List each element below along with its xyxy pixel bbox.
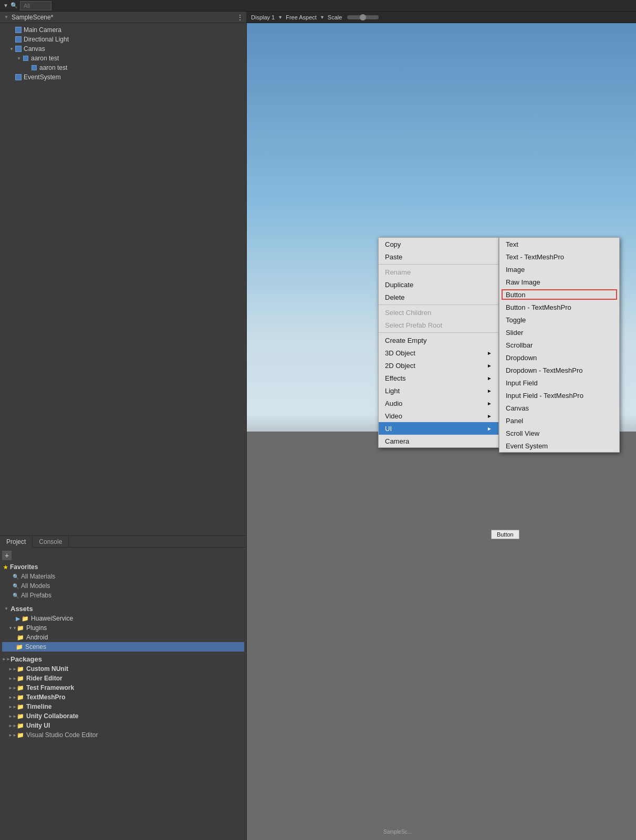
- tree-item-event-system[interactable]: EventSystem: [0, 72, 246, 82]
- menu-item-create-empty[interactable]: Create Empty: [379, 334, 498, 346]
- package-custom-nunit[interactable]: ► 📁 Custom NUnit: [2, 664, 244, 674]
- audio-label: Audio: [385, 400, 402, 407]
- submenu-canvas[interactable]: Canvas: [499, 402, 619, 414]
- assets-header[interactable]: Assets: [2, 603, 244, 614]
- aspect-arrow[interactable]: ▼: [320, 15, 325, 20]
- favorites-item-models[interactable]: 🔍 All Models: [2, 581, 244, 591]
- favorites-item-prefabs[interactable]: 🔍 All Prefabs: [2, 591, 244, 600]
- submenu-input-field-tmp[interactable]: Input Field - TextMeshPro: [499, 389, 619, 402]
- submenu-panel-label: Panel: [506, 417, 523, 425]
- cube-icon-main-camera: [15, 26, 22, 34]
- add-button[interactable]: +: [2, 551, 12, 560]
- scale-slider[interactable]: [347, 15, 379, 19]
- folder-icon-uu: 📁: [17, 722, 24, 729]
- arrow-plugins[interactable]: ▼: [9, 625, 16, 631]
- submenu-event-system-label: Event System: [506, 442, 548, 450]
- context-menu: Copy Paste Rename Duplicate Delete Selec…: [378, 237, 499, 448]
- menu-item-delete[interactable]: Delete: [379, 291, 498, 303]
- menu-item-rename: Rename: [379, 266, 498, 278]
- submenu-scrollbar[interactable]: Scrollbar: [499, 339, 619, 351]
- assets-arrow[interactable]: [3, 605, 9, 612]
- package-textmeshpro[interactable]: ► 📁 TextMeshPro: [2, 692, 244, 702]
- tree-item-main-camera[interactable]: Main Camera: [0, 25, 246, 35]
- submenu-dropdown-label: Dropdown: [506, 354, 537, 362]
- hierarchy-collapse-arrow[interactable]: [3, 14, 9, 20]
- submenu-dropdown-tmp[interactable]: Dropdown - TextMeshPro: [499, 364, 619, 376]
- submenu-button-tmp[interactable]: Button - TextMeshPro: [499, 301, 619, 313]
- tab-console[interactable]: Console: [33, 536, 69, 548]
- arrow-tl: ►: [9, 704, 16, 710]
- menu-item-3d-object[interactable]: 3D Object ►: [379, 346, 498, 359]
- menu-arrow[interactable]: ▼: [3, 3, 8, 8]
- menu-item-light[interactable]: Light ►: [379, 384, 498, 397]
- arrow-placeholder-ac: [24, 65, 30, 71]
- asset-label-hw: HuaweiService: [31, 615, 73, 622]
- rename-label: Rename: [385, 268, 411, 276]
- menu-item-select-prefab-root: Select Prefab Root: [379, 319, 498, 331]
- favorites-header[interactable]: ★ Favorites: [2, 562, 244, 572]
- arrow-placeholder-es: [8, 74, 15, 80]
- package-label-tmp: TextMeshPro: [26, 694, 65, 701]
- viewport: Display 1 ▼ Free Aspect ▼ Scale Button S…: [247, 12, 636, 840]
- select-children-label: Select Children: [385, 309, 431, 317]
- submenu-text[interactable]: Text: [499, 238, 619, 250]
- submenu-raw-image[interactable]: Raw Image: [499, 276, 619, 288]
- 2d-object-label: 2D Object: [385, 362, 415, 370]
- submenu-input-field[interactable]: Input Field: [499, 376, 619, 389]
- submenu-text-tmp-label: Text - TextMeshPro: [506, 253, 564, 261]
- effects-arrow: ►: [487, 375, 492, 381]
- submenu-text-textmeshpro[interactable]: Text - TextMeshPro: [499, 250, 619, 263]
- menu-item-camera[interactable]: Camera: [379, 435, 498, 447]
- menu-item-paste[interactable]: Paste: [379, 250, 498, 263]
- package-timeline[interactable]: ► 📁 Timeline: [2, 702, 244, 711]
- tree-item-directional-light[interactable]: Directional Light: [0, 35, 246, 44]
- arrow-canvas[interactable]: [8, 46, 15, 52]
- asset-plugins[interactable]: ▼ 📁 Plugins: [2, 623, 244, 633]
- top-bar-left: ▼ 🔍: [3, 1, 51, 10]
- submenu-input-field-label: Input Field: [506, 379, 538, 387]
- cube-icon-aaron-c: [30, 64, 38, 71]
- folder-icon-hw: ▶ 📁: [16, 615, 29, 622]
- submenu-panel[interactable]: Panel: [499, 414, 619, 427]
- tab-project[interactable]: Project: [0, 536, 33, 548]
- asset-android[interactable]: 📁 Android: [2, 633, 244, 642]
- menu-item-effects[interactable]: Effects ►: [379, 372, 498, 384]
- submenu-image[interactable]: Image: [499, 263, 619, 276]
- submenu-button[interactable]: Button: [499, 288, 619, 301]
- submenu-scroll-view[interactable]: Scroll View: [499, 427, 619, 439]
- asset-huaweiservice[interactable]: ▶ 📁 HuaweiService: [2, 614, 244, 623]
- favorites-item-materials[interactable]: 🔍 All Materials: [2, 572, 244, 581]
- submenu-dropdown-tmp-label: Dropdown - TextMeshPro: [506, 366, 582, 374]
- submenu-event-system[interactable]: Event System: [499, 439, 619, 452]
- display-arrow[interactable]: ▼: [278, 15, 283, 20]
- arrow-placeholder: [8, 27, 15, 33]
- tree-item-canvas[interactable]: Canvas: [0, 44, 246, 54]
- arrow-aaron-parent[interactable]: [16, 55, 22, 61]
- menu-item-video[interactable]: Video ►: [379, 410, 498, 422]
- package-vscode[interactable]: ► 📁 Visual Studio Code Editor: [2, 730, 244, 740]
- search-input[interactable]: [20, 1, 51, 10]
- submenu-slider[interactable]: Slider: [499, 326, 619, 339]
- menu-item-ui[interactable]: UI ►: [379, 422, 498, 435]
- submenu-dropdown[interactable]: Dropdown: [499, 351, 619, 364]
- menu-item-audio[interactable]: Audio ►: [379, 397, 498, 410]
- duplicate-label: Duplicate: [385, 281, 413, 289]
- packages-arrow[interactable]: ►: [3, 656, 9, 662]
- hierarchy-menu-btn[interactable]: ⋮: [237, 14, 243, 21]
- package-test-fw[interactable]: ► 📁 Test Framework: [2, 683, 244, 692]
- submenu-toggle[interactable]: Toggle: [499, 313, 619, 326]
- package-unity-collaborate[interactable]: ► 📁 Unity Collaborate: [2, 711, 244, 721]
- menu-item-copy[interactable]: Copy: [379, 238, 498, 250]
- asset-scenes[interactable]: 📁 Scenes: [2, 642, 244, 652]
- packages-header[interactable]: ► Packages: [2, 654, 244, 664]
- package-unity-ui[interactable]: ► 📁 Unity UI: [2, 721, 244, 730]
- tree-label-main-camera: Main Camera: [24, 26, 61, 34]
- menu-sep-1: [379, 264, 498, 265]
- tree-item-aaron-test-parent[interactable]: aaron test: [0, 54, 246, 63]
- package-label-tl: Timeline: [26, 703, 51, 710]
- menu-item-duplicate[interactable]: Duplicate: [379, 278, 498, 291]
- package-rider[interactable]: ► 📁 Rider Editor: [2, 674, 244, 683]
- tree-item-aaron-test-child[interactable]: aaron test: [0, 63, 246, 72]
- submenu-canvas-label: Canvas: [506, 404, 529, 412]
- menu-item-2d-object[interactable]: 2D Object ►: [379, 359, 498, 372]
